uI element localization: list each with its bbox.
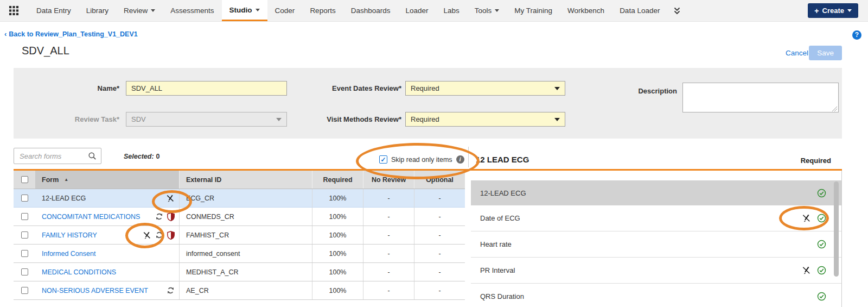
form-name-link[interactable]: Informed Consent [42, 250, 95, 258]
form-name-link[interactable]: FAMILY HISTORY [42, 231, 97, 239]
review-task-value: SDV [131, 115, 146, 123]
optional-cell: - [414, 281, 465, 299]
sort-ascending-icon: ▲ [64, 177, 68, 182]
create-button-label: Create [822, 7, 844, 15]
search-forms-input[interactable] [14, 152, 88, 160]
no-review-cell: - [363, 263, 414, 281]
selected-count-indicator: Selected:0 [124, 153, 160, 160]
refresh-icon [155, 231, 163, 239]
review-task-select[interactable]: SDV [126, 112, 287, 127]
form-name[interactable]: 12-LEAD ECG [42, 195, 86, 202]
nav-tab-assessments[interactable]: Assessments [163, 0, 221, 21]
check-circle-icon[interactable] [817, 240, 826, 249]
nav-tab-coder[interactable]: Coder [267, 0, 303, 21]
save-button[interactable]: Save [809, 46, 842, 60]
app-grid-icon[interactable] [0, 0, 29, 21]
nav-tab-my-training[interactable]: My Training [507, 0, 560, 21]
nav-tab-loader[interactable]: Loader [398, 0, 436, 21]
shield-icon [167, 231, 175, 240]
name-label: Name* [14, 84, 119, 92]
nav-tab-dashboards[interactable]: Dashboards [343, 0, 398, 21]
column-header-external-id[interactable]: External ID [179, 171, 312, 189]
review-plan-form-panel: Name* Review Task* SDV Event Dates Revie… [14, 68, 842, 139]
help-icon[interactable]: ? [852, 30, 861, 40]
form-name-link[interactable]: CONCOMITANT MEDICATIONS [42, 213, 140, 221]
no-review-cell: - [363, 245, 414, 262]
optional-cell: - [414, 263, 465, 281]
optional-cell: - [414, 208, 465, 225]
column-header-no-review[interactable]: No Review [363, 171, 414, 189]
column-header-form[interactable]: Form▲ [35, 171, 179, 189]
row-checkbox[interactable] [21, 250, 28, 257]
detail-header-label: 12-LEAD ECG [480, 189, 526, 197]
select-all-checkbox[interactable] [21, 176, 28, 183]
check-circle-icon[interactable] [817, 189, 826, 198]
detail-row-date-of-ecg[interactable]: Date of ECG [471, 205, 841, 231]
table-row-non-serious-adverse-event[interactable]: NON-SERIOUS ADVERSE EVENT AE_CR 100% - - [14, 281, 465, 300]
info-icon[interactable]: i [456, 155, 464, 164]
create-button[interactable]: + Create [808, 3, 858, 18]
nav-spacer [687, 0, 808, 21]
event-dates-review-select[interactable]: Required [405, 81, 565, 96]
form-cell: CONCOMITANT MEDICATIONS [35, 208, 179, 225]
column-header-optional[interactable]: Optional [414, 171, 465, 189]
back-link[interactable]: ‹ Back to Review_Plan_Testing_V1_DEV1 [4, 30, 138, 38]
form-name-link[interactable]: NON-SERIOUS ADVERSE EVENT [42, 287, 148, 295]
form-cell: Informed Consent [35, 245, 179, 262]
nav-tab-studio[interactable]: Studio [222, 0, 267, 21]
description-field[interactable] [682, 83, 839, 112]
scrollbar-thumb[interactable] [834, 181, 839, 277]
search-forms-box [14, 148, 101, 164]
row-checkbox[interactable] [21, 287, 28, 294]
nav-tab-review[interactable]: Review [116, 0, 163, 21]
detail-item-label: Heart rate [480, 240, 512, 248]
column-header-label: External ID [186, 176, 221, 184]
table-row-concomitant-medications[interactable]: CONCOMITANT MEDICATIONS CONMEDS_CR 100% … [14, 208, 465, 226]
row-checkbox-cell [14, 189, 35, 207]
refresh-icon [155, 212, 163, 221]
table-row-informed-consent[interactable]: Informed Consent informed_consent 100% -… [14, 245, 465, 263]
nav-tab-labs[interactable]: Labs [436, 0, 467, 21]
row-checkbox[interactable] [21, 231, 28, 239]
name-field[interactable] [126, 81, 287, 96]
nav-tab-data-loader[interactable]: Data Loader [612, 0, 667, 21]
column-header-label: No Review [372, 176, 406, 184]
skip-read-only-checkbox[interactable]: ✓ [379, 155, 387, 164]
table-row-12-lead-ecg[interactable]: 12-LEAD ECG ECG_CR 100% - - [14, 189, 465, 208]
no-review-cell: - [363, 208, 414, 225]
search-icon[interactable] [88, 152, 101, 160]
row-checkbox[interactable] [21, 268, 28, 275]
form-name-link[interactable]: MEDICAL CONDITIONS [42, 268, 116, 276]
no-review-cell: - [363, 281, 414, 299]
cancel-button[interactable]: Cancel [786, 49, 808, 57]
nav-tab-label: Coder [275, 7, 295, 15]
table-header-row: Form▲ External ID Required No Review Opt… [14, 171, 465, 189]
check-circle-icon[interactable] [817, 292, 826, 301]
visit-methods-review-label: Visit Methods Review* [271, 115, 401, 123]
pencil-slash-icon [143, 231, 151, 240]
row-checkbox[interactable] [21, 213, 28, 220]
nav-tab-reports[interactable]: Reports [302, 0, 343, 21]
table-row-medical-conditions[interactable]: MEDICAL CONDITIONS MEDHIST_A_CR 100% - - [14, 263, 465, 281]
nav-tab-data-entry[interactable]: Data Entry [29, 0, 79, 21]
detail-row-heart-rate[interactable]: Heart rate [471, 231, 841, 258]
check-circle-icon[interactable] [817, 214, 826, 223]
nav-overflow-double-chevron-icon[interactable] [667, 0, 687, 21]
nav-tab-label: Tools [475, 7, 492, 15]
row-checkbox[interactable] [21, 195, 28, 202]
pencil-slash-icon [802, 266, 811, 275]
column-header-required[interactable]: Required [312, 171, 363, 189]
nav-tab-workbench[interactable]: Workbench [560, 0, 612, 21]
table-row-family-history[interactable]: FAMILY HISTORY FAMHIST_CR 100% - - [14, 226, 465, 245]
nav-tab-label: Workbench [567, 7, 604, 15]
visit-methods-review-select[interactable]: Required [405, 112, 565, 127]
nav-tab-tools[interactable]: Tools [467, 0, 507, 21]
nav-tab-library[interactable]: Library [79, 0, 116, 21]
detail-row-qrs-duration[interactable]: QRS Duration [471, 284, 841, 307]
detail-panel-status: Required [801, 156, 831, 165]
description-label: Description [569, 87, 677, 95]
check-circle-icon[interactable] [817, 266, 826, 275]
detail-header-12-lead-ecg[interactable]: 12-LEAD ECG [471, 180, 841, 205]
detail-item-label: QRS Duration [480, 292, 524, 300]
detail-row-pr-interval[interactable]: PR Interval [471, 258, 841, 284]
